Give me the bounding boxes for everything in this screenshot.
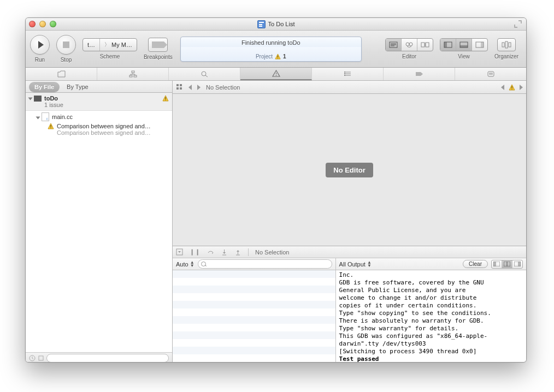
svg-rect-38	[39, 356, 43, 360]
recent-icon[interactable]	[29, 355, 36, 361]
issue-tree[interactable]: toDo 1 issue main.cc Comparison between …	[26, 93, 172, 352]
source-file-icon	[42, 112, 49, 121]
scm-icon[interactable]	[38, 355, 44, 361]
editor-label: Editor	[402, 54, 416, 60]
svg-point-22	[202, 72, 206, 76]
svg-rect-19	[132, 71, 134, 73]
navigator-filter-input[interactable]	[46, 354, 169, 363]
breakpoints-button[interactable]	[148, 38, 168, 52]
warning-icon	[509, 84, 515, 91]
organizer-button[interactable]	[497, 38, 516, 51]
nav-debug-icon[interactable]	[312, 68, 384, 80]
fullscreen-icon[interactable]	[514, 20, 522, 28]
svg-rect-39	[176, 84, 179, 86]
run-button[interactable]	[30, 35, 50, 55]
window-title: To Do List	[268, 21, 295, 27]
nav-issues-icon[interactable]	[240, 68, 312, 80]
file-row[interactable]: main.cc	[26, 111, 172, 123]
variables-scope-selector[interactable]: Auto ▲▼	[176, 261, 195, 268]
view-navigator-icon[interactable]	[440, 39, 456, 51]
next-issue-icon[interactable]	[520, 85, 523, 90]
console-view-selector[interactable]	[491, 260, 523, 269]
issue-filter-tabs: By File By Type	[26, 81, 172, 93]
svg-rect-31	[344, 75, 345, 76]
step-out-icon[interactable]	[234, 248, 241, 256]
console-left-icon[interactable]	[492, 260, 502, 268]
clear-button[interactable]: Clear	[463, 260, 488, 268]
warning-icon	[48, 123, 54, 129]
svg-rect-42	[180, 87, 182, 90]
step-in-icon[interactable]	[221, 248, 228, 256]
svg-point-7	[409, 43, 412, 46]
variables-pane: Auto ▲▼	[173, 258, 336, 363]
forward-icon[interactable]	[197, 85, 201, 90]
nav-search-icon[interactable]	[169, 68, 240, 80]
svg-rect-34	[165, 99, 166, 100]
no-editor-badge: No Editor	[326, 163, 373, 177]
variables-list[interactable]	[173, 270, 335, 363]
svg-rect-40	[180, 84, 182, 86]
svg-rect-43	[511, 86, 512, 88]
scheme-target: t…	[87, 41, 95, 48]
scheme-selector[interactable]: t… 〉My M…	[82, 38, 137, 51]
editor-area: No Editor	[173, 94, 526, 246]
svg-rect-1	[278, 57, 278, 58]
back-icon[interactable]	[188, 85, 192, 90]
view-selector[interactable]	[440, 38, 488, 51]
console-both-icon[interactable]	[502, 260, 512, 268]
editor-standard-icon[interactable]	[386, 39, 402, 51]
nav-symbol-icon[interactable]	[97, 68, 169, 80]
pause-icon[interactable]: ❙❙	[190, 248, 201, 256]
debug-thread: No Selection	[255, 249, 289, 256]
warning-icon	[162, 95, 169, 102]
svg-rect-20	[129, 75, 132, 77]
view-debug-icon[interactable]	[456, 39, 472, 51]
console-scope: All Output	[339, 261, 366, 268]
scheme-destination: My M…	[111, 41, 132, 48]
navigator-tabs	[26, 68, 526, 81]
hide-debug-icon[interactable]	[176, 248, 183, 256]
project-row[interactable]: toDo 1 issue	[26, 93, 172, 111]
step-over-icon[interactable]	[207, 248, 214, 256]
nav-project-icon[interactable]	[26, 68, 97, 80]
tab-by-file[interactable]: By File	[29, 82, 60, 92]
jumpbar-path: No Selection	[206, 84, 240, 91]
file-name: main.cc	[52, 114, 73, 120]
svg-point-25	[275, 75, 276, 76]
prev-issue-icon[interactable]	[501, 85, 504, 90]
stop-label: Stop	[61, 57, 72, 63]
view-utilities-icon[interactable]	[472, 39, 487, 51]
svg-rect-29	[344, 72, 345, 73]
console-right-icon[interactable]	[512, 260, 522, 268]
issue-row[interactable]: Comparison between signed and… Compariso…	[26, 123, 172, 136]
editor-mode-selector[interactable]	[385, 38, 433, 51]
svg-line-23	[205, 75, 208, 77]
svg-rect-13	[460, 45, 468, 47]
nav-log-icon[interactable]	[455, 68, 526, 80]
warning-icon	[275, 54, 281, 60]
view-label: View	[458, 54, 470, 60]
svg-rect-18	[509, 43, 511, 47]
console-scope-selector[interactable]: All Output ▲▼	[339, 261, 372, 268]
console-output[interactable]: Inc.GDB is free software, covered by the…	[336, 270, 526, 363]
stop-button[interactable]	[56, 35, 76, 55]
svg-rect-17	[505, 41, 508, 48]
console-pane: All Output ▲▼ Clear Inc.GDB is fre	[336, 258, 526, 363]
nav-breakpoint-icon[interactable]	[384, 68, 455, 80]
related-items-icon[interactable]	[176, 84, 183, 91]
lcd-project-label: Project	[256, 54, 273, 60]
jump-bar: No Selection	[173, 81, 526, 94]
editor-assistant-icon[interactable]	[402, 39, 417, 51]
navigator-footer	[26, 352, 172, 363]
organizer-label: Organizer	[494, 54, 518, 60]
run-label: Run	[35, 57, 45, 63]
lcd-status: Finished running toDo	[181, 39, 361, 46]
variables-search-input[interactable]	[198, 259, 332, 269]
svg-rect-44	[511, 88, 512, 89]
tab-by-type[interactable]: By Type	[61, 82, 94, 92]
svg-rect-8	[421, 43, 425, 47]
scheme-label: Scheme	[100, 54, 120, 60]
svg-rect-15	[481, 42, 484, 47]
issue-detail: Comparison between signed and…	[57, 129, 172, 136]
editor-version-icon[interactable]	[417, 39, 433, 51]
